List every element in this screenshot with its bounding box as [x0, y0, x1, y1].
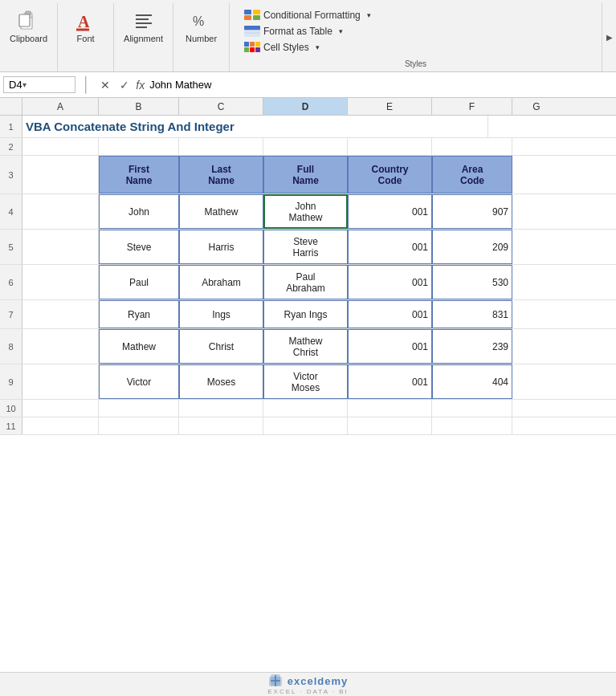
- title-cell[interactable]: VBA Concatenate String And Integer: [22, 116, 488, 137]
- cell-9-G[interactable]: [512, 364, 561, 399]
- row-num-6[interactable]: 6: [0, 265, 22, 299]
- cell-8-F[interactable]: 239: [432, 329, 512, 364]
- cell-9-E[interactable]: 001: [348, 364, 432, 399]
- cell-6-E[interactable]: 001: [348, 265, 432, 299]
- cell-8-E[interactable]: 001: [348, 329, 432, 364]
- cell-4-A[interactable]: [22, 194, 99, 229]
- cell-6-G[interactable]: [512, 265, 561, 299]
- cell-10-A[interactable]: [22, 400, 99, 417]
- cell-4-B[interactable]: John: [99, 194, 179, 229]
- cell-11-F[interactable]: [432, 417, 512, 434]
- cell-11-C[interactable]: [179, 417, 263, 434]
- cell-7-A[interactable]: [22, 300, 99, 328]
- cell-6-A[interactable]: [22, 265, 99, 299]
- cell-2-C[interactable]: [179, 138, 263, 155]
- row-num-5[interactable]: 5: [0, 230, 22, 264]
- cell-5-F[interactable]: 209: [432, 230, 512, 264]
- col-header-A[interactable]: A: [22, 98, 99, 115]
- row-num-9[interactable]: 9: [0, 364, 22, 399]
- col-header-E[interactable]: E: [348, 98, 432, 115]
- cell-9-B[interactable]: Victor: [99, 364, 179, 399]
- cell-6-F[interactable]: 530: [432, 265, 512, 299]
- cell-5-E[interactable]: 001: [348, 230, 432, 264]
- cell-2-A[interactable]: [22, 138, 99, 155]
- cell-9-D[interactable]: Victor Moses: [263, 364, 348, 399]
- cell-8-B[interactable]: Mathew: [99, 329, 179, 364]
- header-last-name[interactable]: Last Name: [179, 156, 263, 193]
- row-num-2[interactable]: 2: [0, 138, 22, 155]
- header-full-name[interactable]: Full Name: [263, 156, 348, 193]
- cell-8-G[interactable]: [512, 329, 561, 364]
- row-num-4[interactable]: 4: [0, 194, 22, 229]
- cell-5-G[interactable]: [512, 230, 561, 264]
- cell-5-A[interactable]: [22, 230, 99, 264]
- cell-5-D[interactable]: Steve Harris: [263, 230, 348, 264]
- col-header-C[interactable]: C: [179, 98, 263, 115]
- paste-button[interactable]: Clipboard: [6, 6, 51, 47]
- cell-7-B[interactable]: Ryan: [99, 300, 179, 328]
- cell-2-D[interactable]: [263, 138, 348, 155]
- conditional-formatting-button[interactable]: Conditional Formatting ▾: [239, 8, 592, 22]
- cell-4-F[interactable]: 907: [432, 194, 512, 229]
- row-num-1[interactable]: 1: [0, 116, 22, 137]
- cell-7-F[interactable]: 831: [432, 300, 512, 328]
- col-header-D[interactable]: D: [263, 98, 348, 115]
- row-num-3[interactable]: 3: [0, 156, 22, 193]
- cell-11-B[interactable]: [99, 417, 179, 434]
- cell-7-G[interactable]: [512, 300, 561, 328]
- cell-4-G[interactable]: [512, 194, 561, 229]
- col-header-G[interactable]: G: [512, 98, 561, 115]
- font-button[interactable]: A Font: [66, 6, 106, 47]
- cell-2-E[interactable]: [348, 138, 432, 155]
- format-as-table-button[interactable]: Format as Table ▾: [239, 24, 592, 39]
- row-num-11[interactable]: 11: [0, 417, 22, 434]
- ribbon-expand-button[interactable]: ▶: [602, 3, 616, 71]
- row-num-10[interactable]: 10: [0, 400, 22, 417]
- cell-8-D[interactable]: Mathew Christ: [263, 329, 348, 364]
- cell-11-D[interactable]: [263, 417, 348, 434]
- confirm-formula-button[interactable]: ✓: [116, 79, 133, 92]
- cell-2-F[interactable]: [432, 138, 512, 155]
- cell-reference-box[interactable]: D4 ▾: [3, 76, 75, 93]
- cell-10-B[interactable]: [99, 400, 179, 417]
- cell-6-D[interactable]: Paul Abraham: [263, 265, 348, 299]
- cell-7-E[interactable]: 001: [348, 300, 432, 328]
- row-num-7[interactable]: 7: [0, 300, 22, 328]
- cell-3-G[interactable]: [512, 156, 561, 193]
- cell-styles-button[interactable]: Cell Styles ▾: [239, 40, 592, 55]
- cell-ref-dropdown-icon[interactable]: ▾: [22, 80, 27, 89]
- col-header-B[interactable]: B: [99, 98, 179, 115]
- cell-9-A[interactable]: [22, 364, 99, 399]
- cell-10-D[interactable]: [263, 400, 348, 417]
- cell-9-C[interactable]: Moses: [179, 364, 263, 399]
- cell-1-G[interactable]: [488, 116, 536, 137]
- cancel-formula-button[interactable]: ✕: [97, 79, 113, 92]
- cell-9-F[interactable]: 404: [432, 364, 512, 399]
- cell-10-F[interactable]: [432, 400, 512, 417]
- header-area-code[interactable]: Area Code: [432, 156, 512, 193]
- cell-4-C[interactable]: Mathew: [179, 194, 263, 229]
- cell-11-A[interactable]: [22, 417, 99, 434]
- formula-input[interactable]: [149, 79, 613, 91]
- cell-11-G[interactable]: [512, 417, 561, 434]
- number-button[interactable]: % Number: [182, 6, 222, 47]
- row-num-8[interactable]: 8: [0, 329, 22, 364]
- cell-4-E[interactable]: 001: [348, 194, 432, 229]
- cell-2-G[interactable]: [512, 138, 561, 155]
- cell-6-C[interactable]: Abraham: [179, 265, 263, 299]
- cell-3-A[interactable]: [22, 156, 99, 193]
- cell-10-E[interactable]: [348, 400, 432, 417]
- cell-4-D[interactable]: John Mathew: [263, 194, 348, 229]
- alignment-button[interactable]: Alignment: [120, 6, 166, 47]
- col-header-F[interactable]: F: [432, 98, 512, 115]
- cell-6-B[interactable]: Paul: [99, 265, 179, 299]
- cell-10-G[interactable]: [512, 400, 561, 417]
- cell-5-B[interactable]: Steve: [99, 230, 179, 264]
- cell-10-C[interactable]: [179, 400, 263, 417]
- cell-2-B[interactable]: [99, 138, 179, 155]
- cell-8-C[interactable]: Christ: [179, 329, 263, 364]
- header-first-name[interactable]: First Name: [99, 156, 179, 193]
- cell-11-E[interactable]: [348, 417, 432, 434]
- cell-7-C[interactable]: Ings: [179, 300, 263, 328]
- cell-5-C[interactable]: Harris: [179, 230, 263, 264]
